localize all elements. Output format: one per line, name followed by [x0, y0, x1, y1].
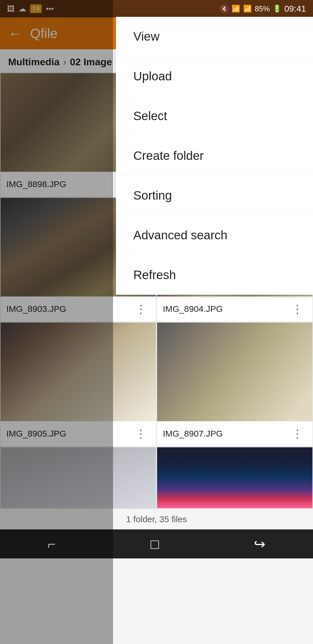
- menu-item-view-label: View: [133, 30, 159, 44]
- menu-item-advanced-search-label: Advanced search: [133, 228, 228, 242]
- menu-item-create-folder[interactable]: Create folder: [116, 136, 313, 176]
- menu-item-advanced-search[interactable]: Advanced search: [116, 216, 313, 255]
- menu-item-upload[interactable]: Upload: [116, 57, 313, 96]
- dropdown-dim[interactable]: [0, 0, 113, 644]
- menu-item-create-folder-label: Create folder: [133, 149, 204, 163]
- menu-item-select-label: Select: [133, 109, 167, 123]
- menu-item-refresh-label: Refresh: [133, 268, 176, 282]
- menu-item-refresh[interactable]: Refresh: [116, 255, 313, 295]
- dropdown-overlay: View Upload Select Create folder Sorting…: [0, 0, 313, 644]
- menu-item-upload-label: Upload: [133, 69, 172, 83]
- menu-item-sorting[interactable]: Sorting: [116, 176, 313, 216]
- menu-item-view[interactable]: View: [116, 17, 313, 57]
- menu-item-select[interactable]: Select: [116, 96, 313, 136]
- dropdown-menu: View Upload Select Create folder Sorting…: [116, 17, 313, 295]
- menu-item-sorting-label: Sorting: [133, 189, 172, 202]
